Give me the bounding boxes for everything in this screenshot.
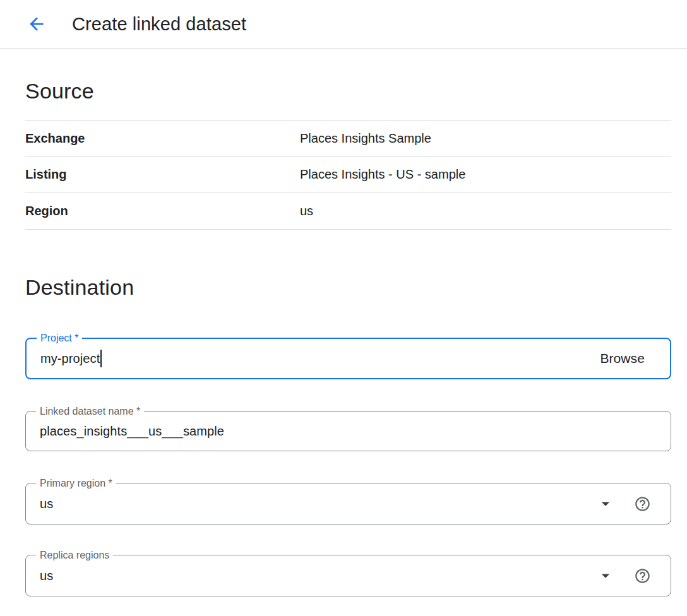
replica-regions-value: us [40,569,53,583]
primary-region-label: Primary region * [36,477,116,489]
source-heading: Source [25,79,671,104]
table-row-listing: Listing Places Insights - US - sample [25,157,671,193]
project-input-value[interactable]: my-project [40,352,100,366]
row-value: us [300,204,313,218]
source-table: Exchange Places Insights Sample Listing … [25,120,671,230]
replica-regions-select[interactable]: Replica regions us [25,555,671,596]
arrow-back-icon [27,14,47,34]
row-value: Places Insights Sample [300,131,431,146]
project-field-label: Project * [37,332,82,344]
help-icon[interactable] [633,566,652,585]
row-label: Listing [25,167,300,182]
linked-dataset-name-value[interactable]: places_insights___us___sample [40,424,224,439]
chevron-down-icon[interactable] [596,494,615,513]
browse-button[interactable]: Browse [600,351,656,366]
text-cursor [100,350,102,367]
row-label: Exchange [25,131,300,146]
row-value: Places Insights - US - sample [300,167,465,182]
primary-region-value: us [40,497,53,511]
header: Create linked dataset [0,0,687,48]
page-title: Create linked dataset [72,14,246,35]
create-linked-dataset-page: Create linked dataset Source Exchange Pl… [0,0,687,616]
linked-dataset-name-field[interactable]: Linked dataset name * places_insights___… [25,411,671,451]
back-button[interactable] [23,10,51,38]
primary-region-select[interactable]: Primary region * us [25,483,671,524]
row-label: Region [25,204,300,218]
main-content: Source Exchange Places Insights Sample L… [0,79,687,596]
help-icon[interactable] [633,494,652,513]
table-row-exchange: Exchange Places Insights Sample [25,120,671,157]
table-row-region: Region us [25,193,671,230]
replica-regions-label: Replica regions [36,549,113,561]
destination-heading: Destination [25,275,671,300]
header-divider [0,48,687,49]
chevron-down-icon[interactable] [596,566,615,585]
project-field[interactable]: Project * my-project Browse [25,338,671,379]
linked-dataset-name-label: Linked dataset name * [36,405,144,417]
